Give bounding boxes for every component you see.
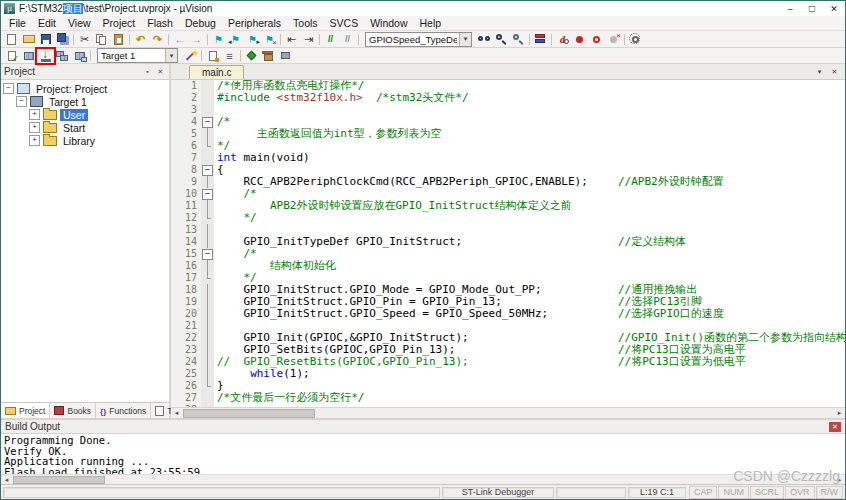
code-line-24[interactable]: 24// GPIO_ResetBits(GPIOC,GPIO_Pin_13);/… <box>171 356 845 368</box>
line-number[interactable]: 27 <box>171 392 201 404</box>
target-select-combo[interactable]: Target 1 <box>97 48 178 63</box>
line-number[interactable]: 9 <box>171 176 201 188</box>
line-number[interactable]: 23 <box>171 344 201 356</box>
code-line-22[interactable]: 22 GPIO_Init(GPIOC,&GPIO_InitStruct);//G… <box>171 332 845 344</box>
menu-window[interactable]: Window <box>364 17 413 29</box>
code-line-27[interactable]: 27/*文件最后一行必须为空行*/ <box>171 392 845 404</box>
menu-flash[interactable]: Flash <box>141 17 179 29</box>
line-number[interactable]: 1 <box>171 80 201 92</box>
incremental-find-icon[interactable] <box>510 32 527 46</box>
code-text[interactable]: GPIO_InitStruct.GPIO_Speed = GPIO_Speed_… <box>214 308 845 320</box>
code-line-16[interactable]: 16 结构体初始化 <box>171 260 845 272</box>
code-text[interactable] <box>214 320 845 332</box>
code-line-5[interactable]: 5 主函数返回值为int型，参数列表为空 <box>171 128 845 140</box>
collapse-icon[interactable]: − <box>16 96 27 107</box>
line-number[interactable]: 8 <box>171 164 201 176</box>
code-text[interactable]: int main(void) <box>214 152 845 164</box>
build-output-hscrollbar[interactable] <box>1 474 845 484</box>
close-document-icon[interactable] <box>829 66 840 77</box>
pin-icon[interactable] <box>142 66 153 77</box>
code-text[interactable] <box>214 224 845 236</box>
code-line-12[interactable]: 12 */ <box>171 212 845 224</box>
tab-list-icon[interactable] <box>814 66 825 77</box>
scrollbar-thumb[interactable] <box>183 409 315 418</box>
editor-hscrollbar[interactable] <box>171 407 845 418</box>
code-text[interactable]: /*文件最后一行必须为空行*/ <box>214 392 845 404</box>
code-text[interactable]: } <box>214 380 845 392</box>
download-icon[interactable] <box>37 49 54 63</box>
dock-tab-functions[interactable]: Functions <box>96 403 151 418</box>
line-number[interactable]: 21 <box>171 320 201 332</box>
bookmark-clear-icon[interactable] <box>261 32 278 46</box>
line-number[interactable]: 4 <box>171 116 201 128</box>
bookmark-next-icon[interactable] <box>244 32 261 46</box>
nav-forward-icon[interactable] <box>188 32 205 46</box>
line-number[interactable]: 5 <box>171 128 201 140</box>
nav-back-icon[interactable] <box>171 32 188 46</box>
code-line-23[interactable]: 23 GPIO_SetBits(GPIOC,GPIO_Pin_13);//将PC… <box>171 344 845 356</box>
copy-icon[interactable] <box>93 32 110 46</box>
code-text[interactable]: { <box>214 164 845 176</box>
code-text[interactable] <box>214 404 845 407</box>
code-line-28[interactable]: 28 <box>171 404 845 407</box>
menu-edit[interactable]: Edit <box>32 17 62 29</box>
line-number[interactable]: 6 <box>171 140 201 152</box>
code-text[interactable]: GPIO_InitStruct.GPIO_Mode = GPIO_Mode_Ou… <box>214 284 845 296</box>
close-panel-icon[interactable] <box>155 66 166 77</box>
scroll-left-icon[interactable] <box>171 409 182 417</box>
menu-svcs[interactable]: SVCS <box>324 17 365 29</box>
code-text[interactable]: 主函数返回值为int型，参数列表为空 <box>214 128 845 140</box>
code-line-11[interactable]: 11 APB2外设时钟设置应放在GPIO_InitStruct结构体定义之前 <box>171 200 845 212</box>
code-line-17[interactable]: 17 */ <box>171 272 845 284</box>
select-debug-icon[interactable] <box>277 49 294 63</box>
tree-item-library[interactable]: +Library <box>1 134 169 147</box>
dock-tab-project[interactable]: Project <box>1 403 50 418</box>
code-text[interactable]: 结构体初始化 <box>214 260 845 272</box>
bookmark-prev-icon[interactable] <box>227 32 244 46</box>
code-line-9[interactable]: 9 RCC_APB2PeriphClockCmd(RCC_APB2Periph_… <box>171 176 845 188</box>
code-text[interactable]: /*使用库函数点亮电灯操作*/ <box>214 80 845 92</box>
code-line-4[interactable]: 4/* <box>171 116 845 128</box>
code-text[interactable]: /* <box>214 188 845 200</box>
line-number[interactable]: 24 <box>171 356 201 368</box>
books-icon[interactable] <box>532 32 549 46</box>
translate-icon[interactable] <box>3 49 20 63</box>
find-in-files-icon[interactable] <box>476 32 493 46</box>
find-icon[interactable] <box>493 32 510 46</box>
code-editor[interactable]: 1/*使用库函数点亮电灯操作*/2#include <stm32f10x.h> … <box>171 80 845 407</box>
line-number[interactable]: 25 <box>171 368 201 380</box>
line-number[interactable]: 17 <box>171 272 201 284</box>
code-line-8[interactable]: 8{ <box>171 164 845 176</box>
scrollbar-thumb[interactable] <box>13 476 105 484</box>
tree-item-start[interactable]: +Start <box>1 121 169 134</box>
unindent-icon[interactable] <box>283 32 300 46</box>
breakpoint-kill-icon[interactable] <box>605 32 622 46</box>
scroll-left-icon[interactable] <box>1 476 12 484</box>
code-line-18[interactable]: 18 GPIO_InitStruct.GPIO_Mode = GPIO_Mode… <box>171 284 845 296</box>
line-number[interactable]: 14 <box>171 236 201 248</box>
code-text[interactable]: #include <stm32f10x.h> /*stm32头文件*/ <box>214 92 845 104</box>
build-icon[interactable] <box>20 49 37 63</box>
code-line-1[interactable]: 1/*使用库函数点亮电灯操作*/ <box>171 80 845 92</box>
line-number[interactable]: 11 <box>171 200 201 212</box>
save-all-icon[interactable] <box>54 32 71 46</box>
tab-main-c[interactable]: main.c <box>189 65 244 79</box>
code-text[interactable]: */ <box>214 140 845 152</box>
close-button[interactable] <box>823 1 845 16</box>
code-line-3[interactable]: 3 <box>171 104 845 116</box>
line-number[interactable]: 7 <box>171 152 201 164</box>
line-number[interactable]: 2 <box>171 92 201 104</box>
line-number[interactable]: 20 <box>171 308 201 320</box>
tree-item-target-1[interactable]: −Target 1 <box>1 95 169 108</box>
code-text[interactable]: */ <box>214 272 845 284</box>
code-line-7[interactable]: 7int main(void) <box>171 152 845 164</box>
function-search-combo[interactable]: GPIOSpeed_TypeDef <box>365 32 472 47</box>
code-text[interactable]: GPIO_InitTypeDef GPIO_InitStruct;//定义结构体 <box>214 236 845 248</box>
breakpoint-disable-icon[interactable] <box>588 32 605 46</box>
tree-item-user[interactable]: +User <box>1 108 169 121</box>
scroll-right-icon[interactable] <box>834 409 845 417</box>
paste-icon[interactable] <box>110 32 127 46</box>
tree-item-project-project[interactable]: −Project: Project <box>1 82 169 95</box>
project-items-icon[interactable] <box>221 49 238 63</box>
code-line-2[interactable]: 2#include <stm32f10x.h> /*stm32头文件*/ <box>171 92 845 104</box>
